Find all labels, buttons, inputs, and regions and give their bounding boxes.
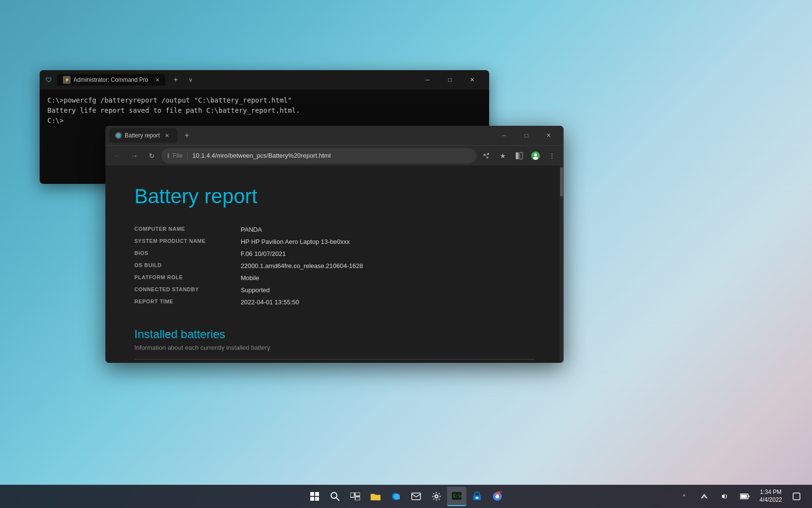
browser-content: Battery report COMPUTER NAMEPANDASYSTEM …: [105, 165, 564, 363]
battery-icon[interactable]: [735, 487, 754, 506]
info-value: Supported: [241, 284, 535, 296]
chrome-button[interactable]: [488, 487, 507, 506]
cmd-titlebar: 🛡 ⚡ Administrator: Command Pro ✕ + ∨ ─ □…: [40, 70, 489, 90]
cmd-content: C:\>powercfg /batteryreport /output "C:\…: [40, 90, 489, 132]
browser-toolbar: ← → ↻ ℹ File │ 10.1.4.4/mro/between_pcs/…: [105, 145, 564, 165]
scrollbar[interactable]: [560, 165, 564, 363]
table-row: PLATFORM ROLEMobile: [134, 272, 535, 284]
svg-rect-9: [315, 497, 319, 501]
notification-button[interactable]: [787, 487, 806, 506]
installed-batteries-subtitle: Information about each currently install…: [134, 344, 535, 351]
svg-rect-6: [310, 492, 314, 496]
cmd-close-button[interactable]: ✕: [461, 72, 483, 88]
address-bar-info-icon: ℹ: [167, 152, 170, 159]
cmd-tab-title: Administrator: Command Pro: [73, 76, 148, 83]
shield-icon: 🛡: [45, 76, 53, 84]
info-label: CONNECTED STANDBY: [134, 284, 241, 296]
table-row: OS BUILD22000.1.amd64fre.co_release.2106…: [134, 260, 535, 272]
cmd-line-2: Battery life report saved to file path C…: [47, 105, 481, 116]
sound-icon[interactable]: [715, 487, 734, 506]
info-value: 22000.1.amd64fre.co_release.210604-1628: [241, 260, 535, 272]
terminal-button[interactable]: C:\>: [447, 487, 466, 506]
cmd-tab-close[interactable]: ✕: [155, 77, 160, 83]
taskbar-center: C:\>: [305, 487, 507, 506]
svg-text:C:\>: C:\>: [453, 494, 462, 498]
scrollbar-thumb[interactable]: [560, 167, 563, 196]
search-button[interactable]: [325, 487, 345, 506]
cmd-dropdown-button[interactable]: ∨: [187, 75, 195, 85]
cmd-maximize-button[interactable]: □: [439, 72, 461, 88]
cmd-minimize-button[interactable]: ─: [417, 72, 439, 88]
taskbar: C:\> ^: [0, 485, 812, 508]
info-value: 2022-04-01 13:55:50: [241, 296, 535, 308]
page-title: Battery report: [134, 185, 535, 208]
battery-1-header: BATTERY 1: [134, 359, 535, 363]
menu-button[interactable]: ⋮: [544, 148, 560, 164]
taskview-button[interactable]: [346, 487, 365, 506]
svg-rect-20: [476, 497, 478, 499]
profile-button[interactable]: [528, 148, 543, 164]
svg-rect-12: [350, 493, 354, 497]
info-label: SYSTEM PRODUCT NAME: [134, 236, 241, 248]
svg-point-0: [116, 133, 121, 138]
reload-button[interactable]: ↻: [144, 148, 160, 164]
tray-expand-button[interactable]: ^: [674, 487, 694, 506]
table-row: REPORT TIME2022-04-01 13:55:50: [134, 296, 535, 308]
edge-button[interactable]: [386, 487, 406, 506]
network-icon[interactable]: [695, 487, 714, 506]
table-row: COMPUTER NAMEPANDA: [134, 224, 535, 236]
browser-new-tab-button[interactable]: +: [180, 129, 194, 142]
start-button[interactable]: [305, 487, 324, 506]
cmd-window-controls: ─ □ ✕: [417, 72, 483, 88]
installed-batteries-title: Installed batteries: [134, 328, 535, 341]
browser-maximize-button[interactable]: □: [515, 128, 537, 143]
store-button[interactable]: [467, 487, 487, 506]
table-row: CONNECTED STANDBYSupported: [134, 284, 535, 296]
browser-tab[interactable]: Battery report ✕: [109, 128, 177, 143]
browser-tab-favicon: [115, 132, 122, 139]
table-row: BIOSF.06 10/07/2021: [134, 248, 535, 260]
sidebar-button[interactable]: [511, 148, 527, 164]
browser-tab-close[interactable]: ✕: [163, 131, 172, 140]
taskbar-right: ^: [674, 487, 812, 506]
favorites-button[interactable]: ★: [495, 148, 510, 164]
file-explorer-button[interactable]: [366, 487, 385, 506]
browser-minimize-button[interactable]: ─: [493, 128, 515, 143]
browser-right-buttons: ★ ⋮: [478, 148, 560, 164]
browser-close-button[interactable]: ✕: [537, 128, 560, 143]
svg-rect-15: [412, 493, 420, 500]
browser-window-controls: ─ □ ✕: [493, 128, 560, 143]
info-label: OS BUILD: [134, 260, 241, 272]
back-button[interactable]: ←: [109, 148, 125, 164]
address-bar[interactable]: ℹ File │ 10.1.4.4/mro/between_pcs/Batter…: [161, 148, 477, 164]
info-label: COMPUTER NAME: [134, 224, 241, 236]
info-table: COMPUTER NAMEPANDASYSTEM PRODUCT NAMEHP …: [134, 224, 535, 308]
svg-point-16: [435, 495, 438, 498]
svg-rect-25: [741, 495, 747, 498]
svg-rect-2: [520, 152, 522, 159]
clock[interactable]: 1:34 PM 4/4/2022: [756, 488, 785, 505]
info-value: HP HP Pavilion Aero Laptop 13-be0xxx: [241, 236, 535, 248]
svg-rect-1: [516, 152, 519, 159]
info-value: F.06 10/07/2021: [241, 248, 535, 260]
cmd-new-tab-button[interactable]: +: [169, 73, 183, 87]
svg-point-5: [533, 157, 538, 160]
browser-window: Battery report ✕ + ─ □ ✕ ← → ↻ ℹ File │ …: [105, 126, 564, 363]
svg-rect-26: [793, 493, 800, 500]
share-button[interactable]: [478, 148, 494, 164]
system-tray: ^: [674, 487, 754, 506]
address-file-label: File: [173, 152, 183, 159]
address-url-text: 10.1.4.4/mro/between_pcs/Battery%20repor…: [192, 152, 471, 159]
mail-button[interactable]: [406, 487, 426, 506]
battery-report-page: Battery report COMPUTER NAMEPANDASYSTEM …: [105, 165, 564, 363]
cmd-line-3: C:\>: [47, 116, 481, 126]
cmd-tab[interactable]: ⚡ Administrator: Command Pro ✕: [57, 74, 165, 86]
settings-button[interactable]: [427, 487, 446, 506]
desktop: 🛡 ⚡ Administrator: Command Pro ✕ + ∨ ─ □…: [0, 0, 812, 508]
forward-button[interactable]: →: [127, 148, 142, 164]
address-separator: │: [186, 152, 189, 159]
cmd-line-1: C:\>powercfg /batteryreport /output "C:\…: [47, 95, 481, 105]
info-label: PLATFORM ROLE: [134, 272, 241, 284]
clock-date: 4/4/2022: [759, 496, 782, 504]
info-label: BIOS: [134, 248, 241, 260]
